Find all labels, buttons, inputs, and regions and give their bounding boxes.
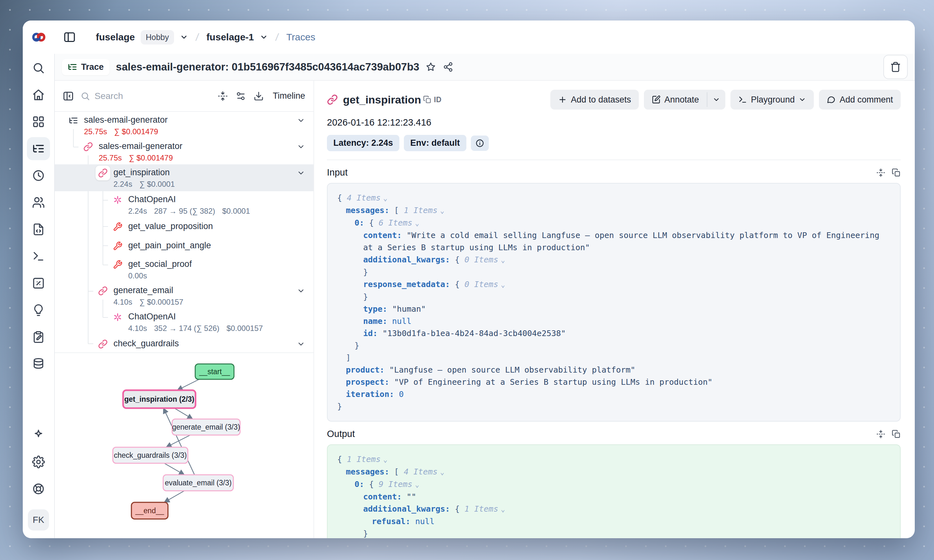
tree-row-sales-email-generator[interactable]: sales-email-generator25.75s∑ $0.001479 xyxy=(55,138,313,165)
download-icon[interactable] xyxy=(254,91,264,101)
sidebar-item-evaluation[interactable] xyxy=(27,272,50,295)
row-collapse-chevron-icon[interactable] xyxy=(297,143,305,151)
sidebar-item-datasets[interactable] xyxy=(27,352,50,375)
user-avatar[interactable]: FK xyxy=(28,509,49,531)
knot-logo-icon xyxy=(30,29,48,46)
sidebar-item-prompts[interactable] xyxy=(27,218,50,241)
annotate-dropdown-chevron[interactable] xyxy=(707,90,725,109)
breadcrumb-section[interactable]: Traces xyxy=(286,32,315,43)
sidebar-item-users[interactable] xyxy=(27,191,50,214)
json-collapse-chevron-icon[interactable]: ⌄ xyxy=(440,468,444,476)
terminal-icon xyxy=(738,95,747,104)
breadcrumb-project[interactable]: fuselage-1 xyxy=(207,32,254,43)
tree-toolbar: Timeline xyxy=(55,81,313,112)
tree-row-sales-email-generator[interactable]: sales-email-generator25.75s∑ $0.001479 xyxy=(55,112,313,138)
tree-row-generate_email[interactable]: generate_email4.10s∑ $0.000157 xyxy=(55,282,313,309)
graph-node-get_inspiration[interactable]: get_inspiration (2/3) xyxy=(123,390,196,408)
info-badge[interactable] xyxy=(471,135,489,151)
view-settings-icon[interactable] xyxy=(236,91,246,101)
collapse-json-icon[interactable] xyxy=(876,168,885,177)
graph-node-start[interactable]: __start__ xyxy=(195,364,234,379)
org-logo[interactable] xyxy=(23,29,55,46)
annotate-button[interactable]: Annotate xyxy=(644,90,707,109)
json-collapse-chevron-icon[interactable]: ⌄ xyxy=(415,480,419,489)
project-switcher-chevron-icon[interactable] xyxy=(260,33,268,42)
tree-row-metrics: 0.00s xyxy=(128,271,147,280)
row-collapse-chevron-icon[interactable] xyxy=(297,340,305,348)
top-bar: fuselage Hobby / fuselage-1 / Traces xyxy=(23,20,915,54)
json-line: { 1 Items⌄ xyxy=(337,453,891,466)
comment-bubble-icon xyxy=(827,95,835,104)
row-collapse-chevron-icon[interactable] xyxy=(297,116,305,125)
graph-node-evaluate_email[interactable]: evaluate_email (3/3) xyxy=(163,475,233,491)
copy-icon[interactable] xyxy=(892,429,901,438)
tree-row-get_social_proof[interactable]: get_social_proof0.00s xyxy=(55,256,313,282)
row-collapse-chevron-icon[interactable] xyxy=(297,287,305,295)
tree-row-get_pain_point_angle[interactable]: get_pain_point_angle xyxy=(55,237,313,256)
json-line: name: null xyxy=(337,315,891,328)
tree-row-ChatOpenAI[interactable]: ChatOpenAI4.10s352 → 174 (∑ 526)$0.00015… xyxy=(55,309,313,335)
collapse-all-icon[interactable] xyxy=(217,91,228,101)
json-collapse-chevron-icon[interactable]: ⌄ xyxy=(501,505,505,513)
svg-text:__end__: __end__ xyxy=(135,506,165,515)
timeline-toggle[interactable]: Timeline xyxy=(273,91,305,101)
sidebar-item-playground[interactable] xyxy=(27,245,50,268)
tree-row-metrics: 25.75s∑ $0.001479 xyxy=(84,127,158,136)
sidebar-icon-rail: FK xyxy=(23,54,55,538)
sidebar-item-home[interactable] xyxy=(27,83,50,106)
link-icon xyxy=(83,142,93,152)
copy-icon[interactable] xyxy=(892,168,901,177)
sidebar-item-dashboards[interactable] xyxy=(27,110,50,133)
tree-row-get_value_proposition[interactable]: get_value_proposition xyxy=(55,217,313,237)
collapse-panel-icon[interactable] xyxy=(63,90,74,102)
tree-row-check_guardrails[interactable]: check_guardrails xyxy=(55,335,313,352)
tree-row-get_inspiration[interactable]: get_inspiration2.24s∑ $0.0001 xyxy=(55,165,313,191)
sidebar-item-upgrade[interactable] xyxy=(27,423,50,446)
json-line: additional_kwargs: { 0 Items⌄ xyxy=(337,254,891,266)
tree-search-input[interactable] xyxy=(94,91,191,101)
tree-row-label: check_guardrails xyxy=(114,338,179,349)
sidebar-item-insights[interactable] xyxy=(27,298,50,322)
sidebar-item-sessions[interactable] xyxy=(27,164,50,187)
graph-node-generate_email[interactable]: generate_email (3/3) xyxy=(172,419,240,435)
add-to-datasets-button[interactable]: Add to datasets xyxy=(550,90,639,109)
json-collapse-chevron-icon[interactable]: ⌄ xyxy=(383,194,387,202)
json-collapse-chevron-icon[interactable]: ⌄ xyxy=(440,207,444,215)
plus-icon xyxy=(558,95,567,104)
svg-text:evaluate_email (3/3): evaluate_email (3/3) xyxy=(165,478,231,487)
json-collapse-chevron-icon[interactable]: ⌄ xyxy=(383,455,387,463)
observation-title: get_inspiration xyxy=(343,94,421,106)
environment-badge: Env: default xyxy=(404,135,466,151)
json-collapse-chevron-icon[interactable]: ⌄ xyxy=(415,219,419,227)
copy-icon xyxy=(423,95,432,104)
breadcrumb-org[interactable]: fuselage xyxy=(96,32,135,43)
add-comment-button[interactable]: Add comment xyxy=(819,90,901,109)
json-collapse-chevron-icon[interactable]: ⌄ xyxy=(501,281,505,289)
sidebar-item-settings[interactable] xyxy=(27,451,50,474)
annotate-button-group: Annotate xyxy=(644,90,725,109)
json-collapse-chevron-icon[interactable]: ⌄ xyxy=(501,256,505,264)
json-line: content: "" xyxy=(337,491,891,503)
sidebar-item-search[interactable] xyxy=(27,56,50,80)
delete-trace-button[interactable] xyxy=(883,55,908,79)
playground-button[interactable]: Playground xyxy=(731,90,814,109)
json-line: type: "human" xyxy=(337,303,891,315)
sidebar-item-tracing[interactable] xyxy=(27,137,50,160)
bookmark-star-icon[interactable] xyxy=(425,62,436,72)
tree-row-ChatOpenAI[interactable]: ChatOpenAI2.24s287 → 95 (∑ 382)$0.0001 xyxy=(55,191,313,217)
tree-row-label: ChatOpenAI xyxy=(128,194,176,205)
link-icon xyxy=(98,339,108,349)
sidebar-toggle-icon[interactable] xyxy=(63,31,76,43)
desktop-background: fuselage Hobby / fuselage-1 / Traces FK … xyxy=(0,0,934,560)
share-icon[interactable] xyxy=(443,62,453,72)
graph-edge-get_inspiration-generate_email xyxy=(174,408,193,419)
sidebar-item-support[interactable] xyxy=(27,477,50,500)
tree-search[interactable] xyxy=(80,91,211,101)
sidebar-item-annotation-queues[interactable] xyxy=(27,326,50,349)
collapse-json-icon[interactable] xyxy=(876,429,885,438)
org-switcher-chevron-icon[interactable] xyxy=(180,33,188,42)
graph-node-end[interactable]: __end__ xyxy=(131,502,168,519)
copy-id-control[interactable]: ID xyxy=(423,95,442,104)
graph-node-check_guardrails[interactable]: check_guardrails (3/3) xyxy=(113,447,188,463)
row-collapse-chevron-icon[interactable] xyxy=(297,169,305,177)
